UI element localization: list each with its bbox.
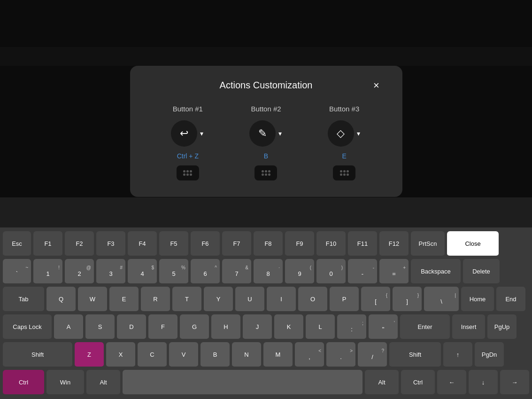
- key-t[interactable]: T: [172, 287, 201, 312]
- key-slash[interactable]: ?/: [358, 342, 387, 368]
- key-s[interactable]: S: [85, 314, 115, 340]
- keyboard-row-fn: Esc F1 F2 F3 F4 F5 F6 F7 F8 F9 F10 F11 F…: [3, 231, 529, 257]
- key-equals[interactable]: +=: [379, 259, 409, 284]
- key-backspace[interactable]: Backspace: [411, 259, 461, 284]
- key-h[interactable]: H: [211, 314, 240, 340]
- key-0[interactable]: )0: [316, 259, 346, 284]
- key-f[interactable]: F: [148, 314, 177, 340]
- key-3[interactable]: #3: [96, 259, 125, 284]
- key-up-arrow[interactable]: ↑: [443, 342, 472, 368]
- key-insert[interactable]: Insert: [452, 314, 485, 340]
- key-close[interactable]: Close: [447, 231, 499, 257]
- key-c[interactable]: C: [138, 342, 167, 368]
- key-k[interactable]: K: [274, 314, 303, 340]
- button-2-chevron[interactable]: ▾: [278, 129, 283, 138]
- button-2-dots[interactable]: [254, 165, 277, 180]
- key-y[interactable]: Y: [204, 287, 233, 312]
- key-down-arrow[interactable]: ↓: [469, 370, 498, 395]
- key-alt-right[interactable]: Alt: [365, 370, 399, 395]
- key-6[interactable]: ^6: [191, 259, 220, 284]
- key-a[interactable]: A: [54, 314, 83, 340]
- button-3-dotgrid: [340, 170, 349, 176]
- key-l[interactable]: L: [306, 314, 335, 340]
- button-3-action[interactable]: ◇: [328, 120, 354, 147]
- key-ctrl-left[interactable]: Ctrl: [3, 370, 44, 395]
- key-prtscn[interactable]: PrtScn: [411, 231, 445, 257]
- key-g[interactable]: G: [180, 314, 209, 340]
- key-delete[interactable]: Delete: [463, 259, 500, 284]
- key-j[interactable]: J: [243, 314, 272, 340]
- key-5[interactable]: %5: [159, 259, 188, 284]
- key-p[interactable]: P: [330, 287, 359, 312]
- key-o[interactable]: O: [298, 287, 327, 312]
- key-win[interactable]: Win: [46, 370, 84, 395]
- keyboard-row-asdf: Caps Lock A S D F G H J K L ;: '" Enter …: [3, 314, 529, 340]
- key-alt-left[interactable]: Alt: [86, 370, 120, 395]
- key-9[interactable]: (9: [285, 259, 314, 284]
- key-f4[interactable]: F4: [128, 231, 157, 257]
- key-1[interactable]: !1: [33, 259, 62, 284]
- key-b[interactable]: B: [200, 342, 230, 368]
- key-f12[interactable]: F12: [379, 231, 409, 257]
- key-f5[interactable]: F5: [159, 231, 188, 257]
- button-3-dots[interactable]: [333, 165, 355, 180]
- key-q[interactable]: Q: [46, 287, 76, 312]
- button-2-action[interactable]: ✎: [249, 120, 276, 147]
- key-8[interactable]: ·8: [254, 259, 283, 284]
- key-u[interactable]: U: [235, 287, 264, 312]
- key-f8[interactable]: F8: [254, 231, 283, 257]
- key-f7[interactable]: F7: [222, 231, 251, 257]
- button-1-action[interactable]: ↩: [171, 120, 197, 147]
- button-2-shortcut: B: [264, 152, 268, 160]
- key-pgup[interactable]: PgUp: [487, 314, 517, 340]
- key-tab[interactable]: Tab: [3, 287, 44, 312]
- key-shift-right[interactable]: Shift: [389, 342, 441, 368]
- key-f2[interactable]: F2: [65, 231, 94, 257]
- key-f3[interactable]: F3: [96, 231, 125, 257]
- key-ctrl-right[interactable]: Ctrl: [401, 370, 435, 395]
- key-7[interactable]: &7: [222, 259, 251, 284]
- key-r[interactable]: R: [141, 287, 170, 312]
- key-tilde[interactable]: ~`: [3, 259, 31, 284]
- button-1-chevron[interactable]: ▾: [199, 129, 204, 138]
- key-esc[interactable]: Esc: [3, 231, 31, 257]
- key-quote[interactable]: '": [369, 314, 398, 340]
- key-pgdn[interactable]: PgDn: [475, 342, 504, 368]
- key-space[interactable]: [123, 370, 362, 395]
- key-f9[interactable]: F9: [285, 231, 314, 257]
- key-comma[interactable]: <,: [295, 342, 324, 368]
- key-home[interactable]: Home: [461, 287, 494, 312]
- key-4[interactable]: $4: [128, 259, 157, 284]
- key-f1[interactable]: F1: [33, 231, 62, 257]
- keyboard-row-shift: Shift Z X C V B N M <, >. ?/ Shift ↑ PgD…: [3, 342, 529, 368]
- key-end[interactable]: End: [496, 287, 525, 312]
- key-d[interactable]: D: [117, 314, 146, 340]
- button-1-dotgrid: [183, 170, 192, 176]
- key-w[interactable]: W: [78, 287, 107, 312]
- key-2[interactable]: @2: [65, 259, 94, 284]
- key-e[interactable]: E: [109, 287, 139, 312]
- key-open-bracket[interactable]: {[: [361, 287, 390, 312]
- key-f11[interactable]: F11: [348, 231, 377, 257]
- key-left-arrow[interactable]: ←: [437, 370, 466, 395]
- key-close-bracket[interactable]: }]: [393, 287, 422, 312]
- key-f10[interactable]: F10: [316, 231, 346, 257]
- key-shift-left[interactable]: Shift: [3, 342, 72, 368]
- key-period[interactable]: >.: [326, 342, 355, 368]
- key-enter[interactable]: Enter: [400, 314, 450, 340]
- key-semicolon[interactable]: ;:: [337, 314, 366, 340]
- key-backslash[interactable]: |\: [424, 287, 459, 312]
- key-z[interactable]: Z: [75, 342, 104, 368]
- key-i[interactable]: I: [267, 287, 296, 312]
- key-caps-lock[interactable]: Caps Lock: [3, 314, 52, 340]
- key-m[interactable]: M: [263, 342, 293, 368]
- key-x[interactable]: X: [106, 342, 135, 368]
- modal-close-button[interactable]: ×: [370, 78, 384, 93]
- key-right-arrow[interactable]: →: [500, 370, 529, 395]
- key-f6[interactable]: F6: [191, 231, 220, 257]
- key-n[interactable]: N: [232, 342, 261, 368]
- button-1-dots[interactable]: [177, 165, 199, 180]
- key-minus[interactable]: --: [348, 259, 377, 284]
- button-3-chevron[interactable]: ▾: [356, 129, 361, 138]
- key-v[interactable]: V: [169, 342, 198, 368]
